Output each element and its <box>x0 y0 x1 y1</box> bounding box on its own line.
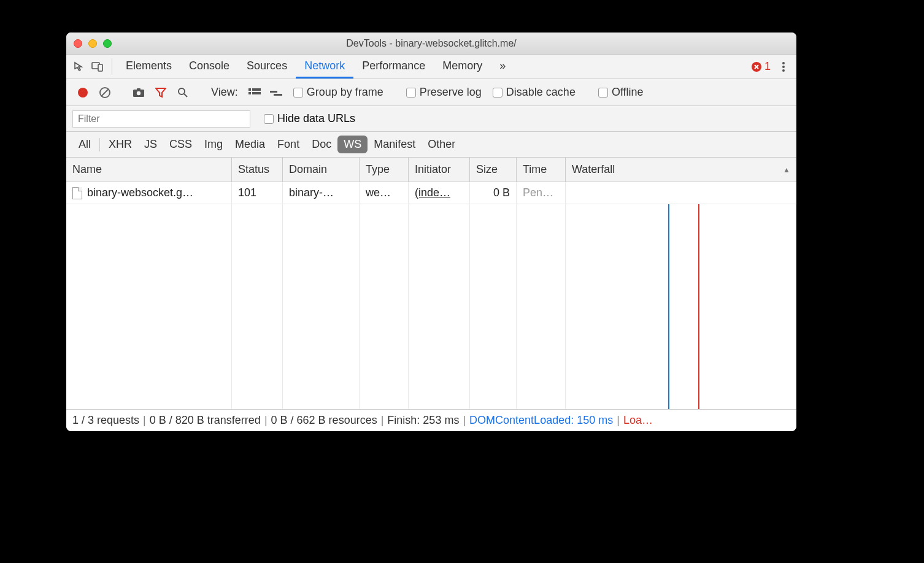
inspect-element-icon[interactable] <box>70 55 88 79</box>
devtools-window: DevTools - binary-websocket.glitch.me/ E… <box>66 33 796 431</box>
status-bar: 1 / 3 requests | 0 B / 820 B transferred… <box>66 409 796 431</box>
network-table-body: binary-websocket.g… 101 binary-… we… (in… <box>66 182 796 409</box>
preserve-log-label: Preserve log <box>420 86 482 99</box>
svg-line-7 <box>101 89 109 96</box>
tab-console[interactable]: Console <box>180 55 238 79</box>
network-table-header: Name Status Domain Type Initiator Size T… <box>66 158 796 182</box>
search-icon[interactable] <box>172 82 193 103</box>
checkbox-icon <box>293 88 303 98</box>
type-xhr[interactable]: XHR <box>102 136 138 153</box>
col-time[interactable]: Time <box>517 158 566 182</box>
dcl-marker <box>668 204 669 409</box>
titlebar: DevTools - binary-websocket.glitch.me/ <box>66 33 796 55</box>
close-window-button[interactable] <box>74 39 82 48</box>
overview-icon[interactable] <box>266 82 287 103</box>
cell-waterfall <box>566 182 796 204</box>
cell-status: 101 <box>232 182 283 204</box>
load-marker <box>698 204 699 409</box>
col-status[interactable]: Status <box>232 158 283 182</box>
status-resources: 0 B / 662 B resources <box>271 414 377 427</box>
sort-indicator-icon: ▲ <box>783 166 790 174</box>
file-icon <box>72 187 82 199</box>
type-ws[interactable]: WS <box>337 136 368 153</box>
preserve-log-checkbox[interactable]: Preserve log <box>401 86 487 99</box>
svg-point-4 <box>782 66 785 68</box>
status-transferred: 0 B / 820 B transferred <box>150 414 261 427</box>
col-type[interactable]: Type <box>360 158 409 182</box>
svg-point-10 <box>137 91 141 94</box>
filter-icon[interactable] <box>150 82 171 103</box>
svg-rect-9 <box>137 88 141 91</box>
view-label: View: <box>206 86 243 99</box>
hide-data-urls-label: Hide data URLs <box>277 112 355 125</box>
type-all[interactable]: All <box>72 136 97 153</box>
tab-network[interactable]: Network <box>296 55 353 79</box>
svg-rect-18 <box>274 94 282 96</box>
status-dcl: DOMContentLoaded: 150 ms <box>469 414 613 427</box>
svg-rect-14 <box>252 88 261 91</box>
type-manifest[interactable]: Manifest <box>368 136 422 153</box>
filter-input[interactable] <box>72 110 250 128</box>
tab-sources[interactable]: Sources <box>238 55 296 79</box>
status-load: Loa… <box>623 414 653 427</box>
cell-time: Pen… <box>517 182 566 204</box>
svg-point-3 <box>782 62 785 64</box>
kebab-menu-icon[interactable] <box>774 55 793 79</box>
network-toolbar: View: Group by frame Preserve log Disabl… <box>66 79 796 106</box>
col-initiator[interactable]: Initiator <box>409 158 470 182</box>
screenshot-icon[interactable] <box>128 82 149 103</box>
type-css[interactable]: CSS <box>163 136 198 153</box>
col-name[interactable]: Name <box>66 158 232 182</box>
window-title: DevTools - binary-websocket.glitch.me/ <box>66 38 796 49</box>
svg-rect-15 <box>248 92 251 94</box>
col-size[interactable]: Size <box>470 158 517 182</box>
cell-initiator[interactable]: (inde… <box>409 182 470 204</box>
divider <box>99 138 100 151</box>
zoom-window-button[interactable] <box>103 39 112 48</box>
group-by-frame-checkbox[interactable]: Group by frame <box>288 86 388 99</box>
tab-memory[interactable]: Memory <box>434 55 491 79</box>
tab-performance[interactable]: Performance <box>353 55 434 79</box>
panel-tabs: Elements Console Sources Network Perform… <box>117 55 514 79</box>
table-row[interactable]: binary-websocket.g… 101 binary-… we… (in… <box>66 182 796 204</box>
column-gridlines <box>66 204 796 409</box>
svg-rect-16 <box>252 92 261 94</box>
cell-type: we… <box>360 182 409 204</box>
large-rows-icon[interactable] <box>244 82 265 103</box>
type-js[interactable]: JS <box>138 136 163 153</box>
svg-point-5 <box>782 69 785 72</box>
clear-button[interactable] <box>94 82 115 103</box>
offline-checkbox[interactable]: Offline <box>593 86 649 99</box>
tab-elements[interactable]: Elements <box>117 55 180 79</box>
svg-line-12 <box>184 94 187 97</box>
checkbox-icon <box>264 114 274 124</box>
hide-data-urls-checkbox[interactable]: Hide data URLs <box>259 112 360 125</box>
divider <box>112 58 112 75</box>
type-img[interactable]: Img <box>198 136 229 153</box>
resource-type-filters: All XHR JS CSS Img Media Font Doc WS Man… <box>66 132 796 158</box>
error-count-badge[interactable]: 1 <box>747 55 774 79</box>
type-doc[interactable]: Doc <box>306 136 337 153</box>
status-finish: Finish: 253 ms <box>387 414 459 427</box>
checkbox-icon <box>598 88 608 98</box>
minimize-window-button[interactable] <box>88 39 97 48</box>
filter-bar: Hide data URLs <box>66 106 796 132</box>
main-tab-bar: Elements Console Sources Network Perform… <box>66 55 796 79</box>
record-button[interactable] <box>72 82 93 103</box>
type-media[interactable]: Media <box>229 136 271 153</box>
cell-size: 0 B <box>470 182 517 204</box>
error-count: 1 <box>764 60 771 73</box>
type-font[interactable]: Font <box>271 136 306 153</box>
disable-cache-checkbox[interactable]: Disable cache <box>488 86 580 99</box>
type-other[interactable]: Other <box>422 136 461 153</box>
checkbox-icon <box>406 88 416 98</box>
tabs-overflow-button[interactable]: » <box>491 55 514 79</box>
checkbox-icon <box>493 88 502 98</box>
col-waterfall[interactable]: Waterfall▲ <box>566 158 796 182</box>
svg-rect-1 <box>98 64 102 71</box>
traffic-lights <box>74 39 112 48</box>
col-domain[interactable]: Domain <box>283 158 360 182</box>
offline-label: Offline <box>612 86 644 99</box>
toggle-device-toolbar-icon[interactable] <box>88 55 107 79</box>
group-by-frame-label: Group by frame <box>307 86 383 99</box>
